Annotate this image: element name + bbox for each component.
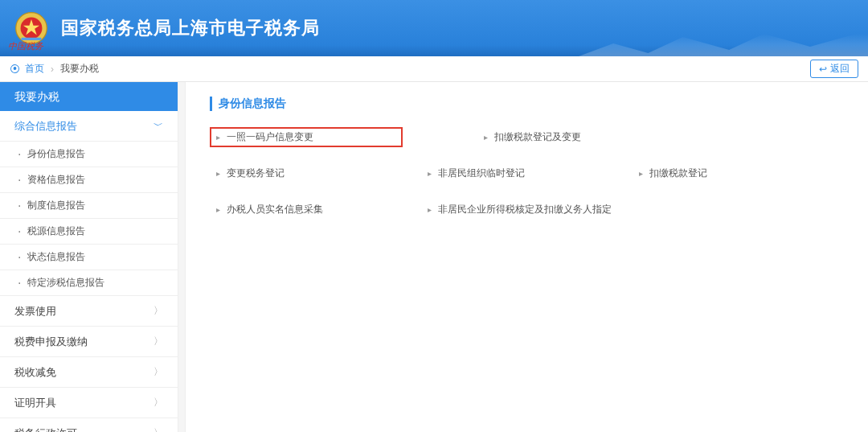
chevron-right-icon: 〉	[154, 335, 163, 348]
sidebar-item-label: 状态信息报告	[27, 250, 85, 264]
section-title: 身份信息报告	[210, 97, 844, 111]
link-item[interactable]: ▸ 办税人员实名信息采集	[210, 200, 421, 220]
sidebar-item-label: 发票使用	[14, 304, 56, 319]
content-panel: 身份信息报告 ▸ 一照一码户信息变更 ▸ 扣缴税款登记及变更 ▸ 变更税务登记 …	[185, 82, 868, 432]
sidebar-sub-item[interactable]: 身份信息报告	[0, 142, 178, 167]
link-label: 一照一码户信息变更	[227, 130, 313, 144]
link-label: 扣缴税款登记	[649, 167, 707, 180]
sidebar-item-label: 税收减免	[14, 365, 56, 380]
link-label: 办税人员实名信息采集	[227, 203, 323, 216]
bullet-icon: ▸	[216, 205, 220, 214]
bullet-icon: ▸	[484, 133, 488, 142]
sidebar-item-label: 制度信息报告	[27, 199, 85, 212]
sidebar: 我要办税 综合信息报告 ﹀ 身份信息报告 资格信息报告 制度信息报告 税源信息报…	[0, 82, 178, 432]
chevron-down-icon: ﹀	[154, 119, 163, 133]
bullet-icon: ▸	[216, 169, 220, 178]
back-button[interactable]: ↩ 返回	[810, 60, 858, 78]
sidebar-item-label: 身份信息报告	[27, 147, 85, 161]
chevron-right-icon: 〉	[154, 426, 163, 432]
link-label: 扣缴税款登记及变更	[494, 130, 581, 144]
header-title: 国家税务总局上海市电子税务局	[61, 16, 320, 40]
link-item-highlighted[interactable]: ▸ 一照一码户信息变更	[210, 127, 403, 147]
sidebar-category[interactable]: 税务行政许可〉	[0, 418, 178, 432]
sidebar-sub-item[interactable]: 制度信息报告	[0, 193, 178, 219]
bullet-icon: ▸	[428, 169, 432, 178]
sidebar-category-active[interactable]: 综合信息报告 ﹀	[0, 111, 178, 142]
sidebar-item-label: 证明开具	[14, 396, 56, 410]
sidebar-sub-item[interactable]: 特定涉税信息报告	[0, 270, 178, 296]
bullet-icon: ▸	[216, 133, 220, 142]
sidebar-item-label: 税费申报及缴纳	[14, 335, 88, 349]
chevron-right-icon: 〉	[154, 365, 163, 379]
breadcrumb-separator: ›	[51, 64, 54, 75]
bullet-icon: ▸	[428, 205, 432, 214]
sidebar-category[interactable]: 发票使用〉	[0, 296, 178, 327]
links-grid: ▸ 一照一码户信息变更 ▸ 扣缴税款登记及变更 ▸ 变更税务登记 ▸ 非居民组织…	[210, 127, 844, 220]
link-item[interactable]: ▸ 非居民组织临时登记	[421, 163, 633, 183]
return-icon: ↩	[819, 64, 827, 75]
breadcrumb: ⦿ 首页 › 我要办税	[10, 62, 99, 76]
chevron-right-icon: 〉	[154, 304, 163, 318]
sidebar-category[interactable]: 证明开具〉	[0, 388, 178, 418]
link-label: 变更税务登记	[227, 167, 285, 180]
breadcrumb-bar: ⦿ 首页 › 我要办税 ↩ 返回	[0, 56, 868, 82]
back-button-label: 返回	[830, 62, 850, 76]
breadcrumb-home[interactable]: 首页	[25, 62, 44, 76]
sidebar-item-label: 税务行政许可	[14, 426, 77, 433]
sidebar-category[interactable]: 税费申报及缴纳〉	[0, 327, 178, 357]
header-slogan: 中国税务	[8, 40, 43, 52]
breadcrumb-current: 我要办税	[60, 62, 99, 76]
app-header: 国家税务总局上海市电子税务局 中国税务	[0, 0, 868, 56]
sidebar-item-label: 税源信息报告	[27, 224, 85, 238]
sidebar-item-label: 资格信息报告	[27, 173, 85, 187]
sidebar-item-label: 特定涉税信息报告	[27, 276, 104, 290]
sidebar-category-label: 综合信息报告	[14, 119, 77, 134]
link-item[interactable]: ▸ 变更税务登记	[210, 163, 421, 183]
sidebar-sub-item[interactable]: 状态信息报告	[0, 245, 178, 270]
link-label: 非居民组织临时登记	[438, 167, 525, 180]
chevron-right-icon: 〉	[154, 396, 163, 409]
main-layout: 我要办税 综合信息报告 ﹀ 身份信息报告 资格信息报告 制度信息报告 税源信息报…	[0, 82, 868, 432]
location-icon: ⦿	[10, 63, 20, 75]
sidebar-sub-item[interactable]: 税源信息报告	[0, 219, 178, 245]
sidebar-header: 我要办税	[0, 82, 178, 111]
link-label: 非居民企业所得税核定及扣缴义务人指定	[438, 203, 612, 216]
sidebar-category[interactable]: 税收减免〉	[0, 357, 178, 388]
sidebar-sub-item[interactable]: 资格信息报告	[0, 167, 178, 193]
link-item[interactable]: ▸ 非居民企业所得税核定及扣缴义务人指定	[421, 200, 840, 220]
link-item[interactable]: ▸ 扣缴税款登记及变更	[477, 127, 689, 147]
bullet-icon: ▸	[639, 169, 643, 178]
link-item[interactable]: ▸ 扣缴税款登记	[633, 163, 844, 183]
